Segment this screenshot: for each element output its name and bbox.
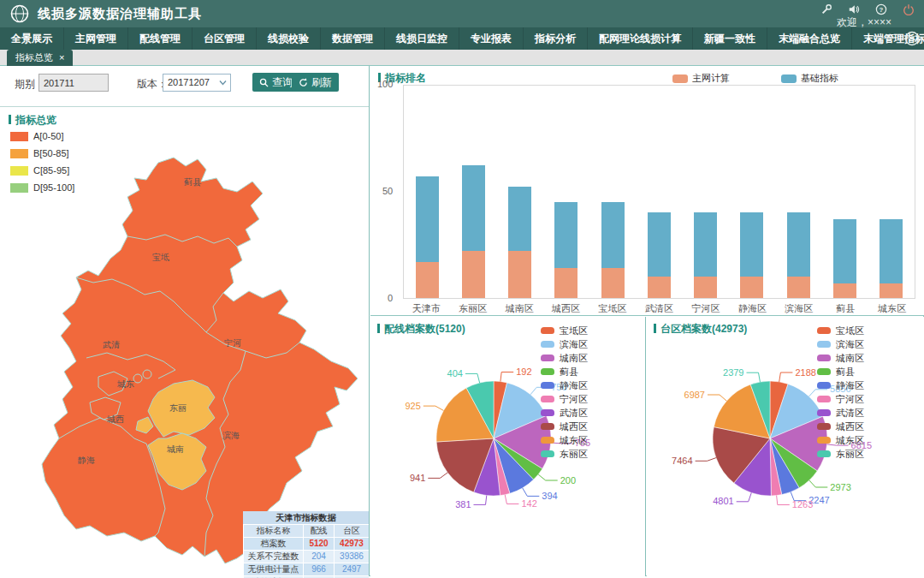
pie-legend-城南区: 城南区: [817, 351, 864, 365]
chevron-down-icon: [219, 80, 227, 86]
app-logo-icon: [10, 4, 29, 23]
station-pie-legend: 宝坻区滨海区城南区蓟县静海区宁河区武清区城西区城东区东丽区: [817, 324, 864, 461]
map-region-label: 东丽: [169, 403, 187, 413]
pie-legend-swatch: [541, 355, 554, 361]
pie-legend-静海区: 静海区: [541, 378, 588, 392]
tab-strip: 指标总览×: [0, 50, 924, 66]
bar-segment-main: [508, 251, 531, 298]
bar-chart: 天津市东丽区城南区城西区宝坻区武清区宁河区静海区滨海区蓟县城东区: [403, 85, 915, 315]
map-region-label: 城西: [106, 414, 124, 424]
pie-label-line: [523, 488, 540, 497]
bar-蓟县: [821, 86, 868, 298]
pie-value-label: 381: [455, 499, 471, 509]
pie-legend-swatch: [541, 437, 554, 444]
pie-legend-label: 城东区: [836, 434, 864, 447]
pie-label-line: [747, 372, 761, 382]
nav-item-9[interactable]: 配网理论线损计算: [588, 27, 693, 50]
pie-legend-城西区: 城西区: [541, 420, 588, 433]
pie-legend-swatch: [817, 437, 831, 444]
pie-legend-宝坻区: 宝坻区: [541, 324, 588, 337]
svg-text:?: ?: [880, 6, 884, 14]
stats-row-name: 关系不完整数: [243, 551, 303, 563]
pie-legend-swatch: [817, 368, 831, 375]
version-select[interactable]: 20171207: [163, 74, 231, 92]
bar-legend-swatch: [672, 74, 688, 83]
bar-x-label: 城南区: [496, 302, 542, 315]
map-region-label: 宁河: [224, 338, 241, 348]
bar-segment-base: [508, 187, 531, 251]
nav-item-11[interactable]: 末端融合总览: [767, 27, 852, 50]
pie-legend-label: 滨海区: [560, 338, 588, 351]
stats-header-cell: 配线: [303, 525, 334, 537]
refresh-button[interactable]: 刷新: [292, 73, 339, 92]
stats-row-0: 档案数512042973: [243, 537, 369, 550]
pie-legend-label: 滨海区: [836, 338, 864, 351]
bar-城西区: [543, 86, 589, 298]
nav-item-0[interactable]: 全景展示: [0, 27, 64, 50]
pie-label-line: [696, 458, 716, 462]
feeder-pie-title: 配线档案数(5120): [377, 322, 465, 337]
pie-legend-swatch: [541, 341, 554, 348]
period-input[interactable]: [38, 74, 109, 92]
tianjin-map[interactable]: 蓟县宝坻武清宁河城东东丽城西城南滨海静海: [38, 154, 364, 570]
pie-value-label: 2973: [830, 482, 850, 492]
bar-东丽区: [450, 86, 496, 298]
nav-item-2[interactable]: 配线管理: [128, 27, 192, 50]
pie-legend-label: 武清区: [836, 407, 864, 420]
bar-滨海区: [775, 86, 821, 298]
ranking-chart-panel: 指标排名 主网计算基础指标 天津市东丽区城南区城西区宝坻区武清区宁河区静海区滨海…: [370, 66, 924, 316]
version-value: 20171207: [168, 77, 210, 87]
bar-x-label: 城东区: [869, 302, 915, 315]
map-panel: 期别： 版本： 20171207 查询 刷新 指标总览 A[0-50]B[50-…: [0, 66, 370, 576]
search-icon: [259, 78, 269, 87]
map-region-label: 蓟县: [184, 177, 202, 187]
nav-item-4[interactable]: 线损校验: [257, 27, 321, 50]
pie-label-line: [474, 496, 487, 505]
pie-legend-swatch: [817, 396, 831, 402]
power-icon[interactable]: [902, 3, 915, 15]
bar-segment-main: [740, 277, 763, 298]
pie-legend-swatch: [541, 423, 554, 430]
map-region-label: 滨海: [222, 431, 240, 440]
nav-item-7[interactable]: 专业报表: [459, 27, 524, 50]
pie-legend-宁河区: 宁河区: [541, 392, 588, 406]
pie-legend-蓟县: 蓟县: [817, 365, 864, 378]
bar-x-label: 天津市: [403, 302, 449, 315]
sound-icon[interactable]: [847, 3, 861, 15]
tab-indicator-overview[interactable]: 指标总览×: [7, 50, 73, 66]
nav-item-8[interactable]: 指标分析: [524, 27, 588, 50]
stats-row-value: 5120: [303, 538, 334, 550]
pie-value-label: 200: [560, 475, 576, 486]
grade-swatch: [10, 166, 28, 176]
collapse-up-icon[interactable]: [904, 31, 920, 46]
stats-row-value: 204: [303, 551, 334, 563]
bar-segment-base: [462, 165, 485, 251]
pie-value-label: 394: [542, 491, 557, 501]
bar-segment-base: [648, 212, 671, 277]
bar-segment-base: [554, 202, 578, 269]
stats-row-value: 39386: [334, 551, 369, 563]
pie-legend-label: 宝坻区: [836, 325, 864, 337]
wrench-icon[interactable]: [820, 3, 833, 15]
pie-legend-东丽区: 东丽区: [817, 447, 864, 461]
pie-legend-swatch: [541, 450, 554, 457]
pie-legend-城西区: 城西区: [817, 420, 864, 433]
nav-item-6[interactable]: 线损日监控: [385, 27, 459, 50]
bar-segment-main: [787, 277, 810, 298]
stats-header-cell: 指标名称: [243, 525, 303, 537]
pie-legend-label: 宁河区: [836, 393, 864, 406]
grade-swatch: [10, 183, 28, 193]
pie-value-label: 7464: [672, 456, 692, 466]
nav-item-3[interactable]: 台区管理: [192, 27, 257, 50]
nav-item-1[interactable]: 主网管理: [64, 27, 128, 50]
bar-宁河区: [683, 86, 729, 298]
pie-legend-宁河区: 宁河区: [817, 392, 864, 406]
pie-label-line: [428, 473, 447, 479]
bar-legend-label: 基础指标: [801, 72, 838, 85]
nav-item-5[interactable]: 数据管理: [321, 27, 385, 50]
nav-item-10[interactable]: 新疆一致性: [693, 27, 767, 50]
tab-close-icon[interactable]: ×: [59, 52, 64, 63]
bar-segment-main: [648, 277, 671, 298]
grade-swatch: [10, 149, 28, 158]
help-icon[interactable]: ?: [874, 3, 888, 15]
